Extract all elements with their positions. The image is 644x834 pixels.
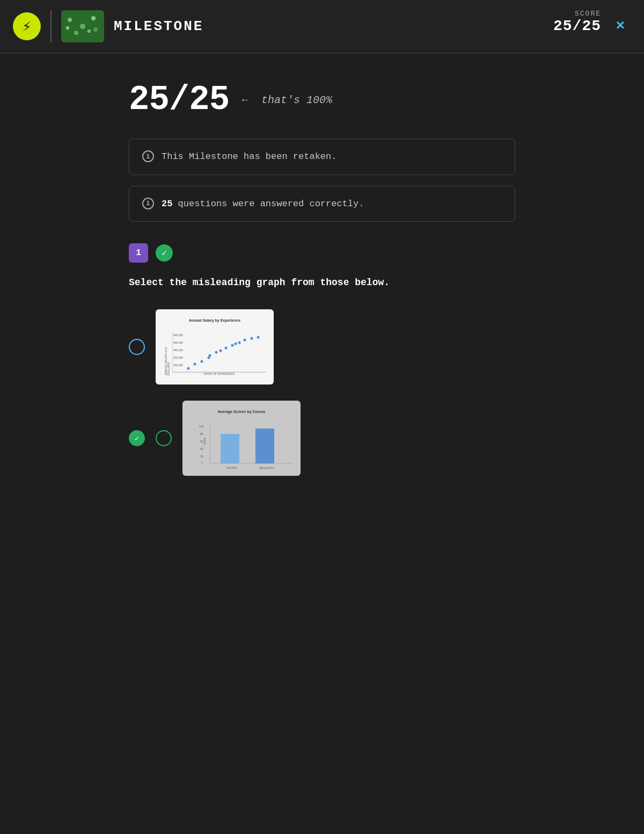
- close-button[interactable]: ×: [610, 16, 631, 37]
- chart-a-title: Annual Salary by Experience: [189, 318, 240, 322]
- app-logo: ⚡: [13, 12, 41, 40]
- svg-text:600,000: 600,000: [173, 333, 183, 337]
- question-header: 1 ✓: [129, 243, 515, 263]
- header-score-block: SCORE 25/25: [553, 10, 601, 34]
- svg-point-9: [201, 360, 203, 363]
- arrow-icon: ←: [242, 94, 248, 106]
- svg-text:100: 100: [199, 425, 204, 428]
- svg-text:400,000: 400,000: [173, 349, 183, 352]
- svg-point-12: [215, 351, 218, 354]
- svg-point-16: [235, 343, 237, 345]
- svg-point-13: [219, 350, 222, 352]
- svg-point-20: [257, 336, 260, 339]
- svg-text:40: 40: [200, 447, 203, 451]
- question-text: Select the misleading graph from those b…: [129, 275, 515, 290]
- score-display: 25/25 ← that's 100%: [129, 81, 515, 119]
- svg-point-11: [209, 354, 211, 357]
- info-icon-retaken: i: [142, 150, 154, 162]
- correct-count-text: 25 questions were answered correctly.: [162, 197, 364, 211]
- svg-point-18: [244, 339, 246, 342]
- svg-rect-30: [221, 434, 239, 463]
- score-value: 25/25: [553, 18, 601, 34]
- main-content: 25/25 ← that's 100% i This Milestone has…: [0, 54, 644, 834]
- svg-point-19: [251, 337, 253, 340]
- scatter-chart: 600,000 500,000 400,000 300,000 200,000: [172, 332, 266, 378]
- milestone-thumbnail: [61, 10, 104, 42]
- retaken-text: This Milestone has been retaken.: [162, 150, 336, 164]
- svg-text:Score: Score: [203, 438, 206, 445]
- correct-check-b: ✓: [129, 430, 145, 446]
- bolt-icon: ⚡: [23, 17, 32, 35]
- page-title: MILESTONE: [114, 18, 203, 34]
- answer-image-a[interactable]: Annual Salary by Experience ANNUAL SALAR…: [156, 309, 274, 385]
- answer-option-a[interactable]: Annual Salary by Experience ANNUAL SALAR…: [129, 309, 515, 385]
- svg-text:200,000: 200,000: [173, 364, 183, 367]
- svg-point-14: [225, 347, 228, 350]
- chart-a-x-label: YEARS OF EXPERIENCE: [172, 372, 266, 375]
- header-divider: [50, 10, 52, 42]
- svg-text:300,000: 300,000: [173, 356, 183, 359]
- info-icon-correct: i: [142, 198, 154, 209]
- svg-rect-31: [255, 429, 274, 463]
- chart-b-title: Average Scores by Course: [218, 410, 266, 414]
- question-section: 1 ✓ Select the misleading graph from tho…: [129, 243, 515, 476]
- svg-text:500,000: 500,000: [173, 341, 183, 344]
- svg-text:Spring 2014: Spring 2014: [259, 466, 274, 469]
- header: ⚡ MILESTONE SCORE 25/25 ×: [0, 0, 644, 54]
- radio-a[interactable]: [129, 339, 145, 355]
- svg-point-15: [231, 344, 234, 347]
- svg-text:0: 0: [201, 461, 203, 464]
- svg-point-7: [187, 367, 190, 370]
- big-score: 25/25: [129, 81, 229, 119]
- answer-option-b[interactable]: ✓ Average Scores by Course 100 80 60 40 …: [129, 401, 515, 476]
- bar-chart: 100 80 60 40 20 0 Score Fall 2013 Sprin: [199, 423, 292, 472]
- correct-count-info-box: i 25 questions were answered correctly.: [129, 186, 515, 222]
- radio-b-selected[interactable]: [156, 430, 172, 446]
- svg-point-17: [238, 342, 241, 344]
- svg-text:80: 80: [200, 432, 203, 436]
- question-number-badge: 1: [129, 243, 148, 263]
- svg-text:20: 20: [200, 455, 203, 458]
- score-label: SCORE: [553, 10, 601, 18]
- retaken-info-box: i This Milestone has been retaken.: [129, 139, 515, 175]
- correct-check-icon: ✓: [156, 244, 173, 262]
- svg-point-8: [194, 363, 196, 366]
- svg-text:Fall 2013: Fall 2013: [226, 466, 237, 469]
- answer-image-b[interactable]: Average Scores by Course 100 80 60 40 20…: [182, 401, 301, 476]
- percent-label: that's 100%: [261, 94, 332, 106]
- chart-a-y-label: ANNUAL SALARY (U.S. DOLLARS): [165, 340, 170, 375]
